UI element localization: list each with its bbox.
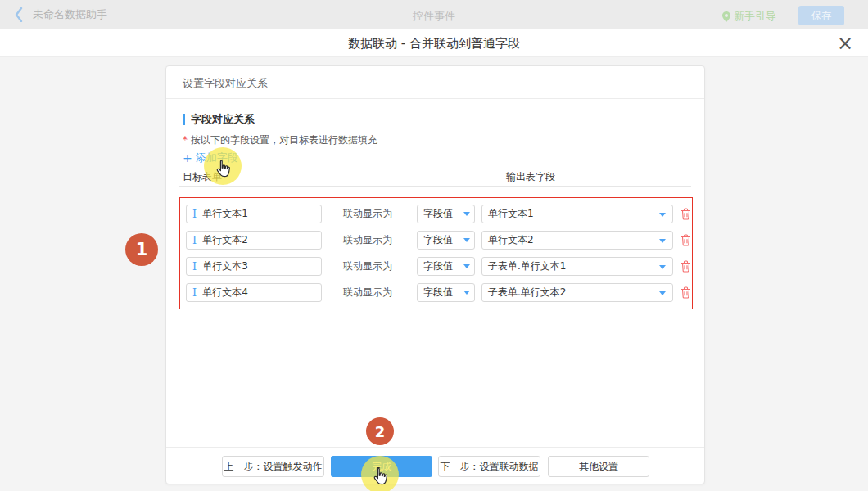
delete-row-icon[interactable] (680, 208, 691, 220)
chevron-down-icon (659, 265, 666, 269)
field-mapping-panel: 设置字段对应关系 字段对应关系 *按以下的字段设置，对目标表进行数据填充 + 添… (165, 65, 705, 484)
guide-label: 新手引导 (734, 9, 776, 24)
modal-title: 数据联动 - 合并联动到普通字段 (0, 36, 868, 52)
text-field-icon: I (192, 235, 197, 246)
field-rows-group: I 单行文本1 联动显示为 字段值 单行文本1 (179, 197, 693, 309)
target-field-input[interactable]: I 单行文本4 (186, 283, 322, 302)
column-output-field: 输出表字段 (506, 170, 555, 184)
delete-row-icon[interactable] (680, 234, 691, 246)
hand-cursor-icon (370, 466, 390, 489)
mode-select[interactable]: 字段值 (417, 283, 475, 302)
relation-label: 联动显示为 (343, 207, 392, 221)
output-field-select[interactable]: 单行文本2 (481, 231, 673, 250)
chevron-down-icon (459, 205, 474, 223)
chevron-down-icon (659, 239, 666, 243)
relation-label: 联动显示为 (343, 259, 392, 273)
mode-select[interactable]: 字段值 (417, 257, 475, 276)
chevron-down-icon (459, 284, 474, 301)
section-title: 字段对应关系 (183, 112, 255, 127)
close-icon[interactable]: × (837, 32, 853, 55)
step-badge-2: 2 (366, 417, 394, 445)
text-field-icon: I (192, 209, 197, 219)
next-step-button[interactable]: 下一步：设置联动数据 (438, 456, 540, 477)
output-field-select[interactable]: 子表单.单行文本1 (481, 257, 673, 276)
text-field-icon: I (192, 261, 197, 272)
text-field-icon: I (192, 287, 197, 298)
column-divider (179, 186, 691, 187)
mode-select[interactable]: 字段值 (417, 231, 475, 250)
plus-icon: + (183, 151, 192, 164)
target-field-input[interactable]: I 单行文本3 (186, 257, 322, 276)
panel-header: 设置字段对应关系 (166, 66, 704, 99)
prev-step-button[interactable]: 上一步：设置触发动作 (222, 456, 324, 477)
target-field-input[interactable]: I 单行文本2 (186, 231, 322, 250)
output-field-select[interactable]: 单行文本1 (481, 205, 673, 223)
relation-label: 联动显示为 (343, 233, 392, 247)
section-description: *按以下的字段设置，对目标表进行数据填充 (183, 133, 377, 147)
field-row: I 单行文本4 联动显示为 字段值 子表单.单行文本2 (186, 283, 692, 302)
target-field-input[interactable]: I 单行文本1 (186, 205, 322, 223)
screen: 未命名数据助手 控件事件 新手引导 保存 数据联动 - 合并联动到普通字段 × … (0, 0, 868, 491)
mode-select[interactable]: 字段值 (417, 205, 475, 223)
step-badge-1: 1 (125, 233, 158, 266)
required-mark: * (183, 134, 188, 146)
guide-link[interactable]: 新手引导 (722, 9, 776, 24)
pin-icon (722, 11, 730, 22)
delete-row-icon[interactable] (680, 286, 691, 299)
delete-row-icon[interactable] (680, 260, 691, 273)
modal-header: 数据联动 - 合并联动到普通字段 × (0, 29, 868, 57)
hand-cursor-icon (213, 159, 233, 181)
footer-divider (166, 447, 704, 448)
other-settings-button[interactable]: 其他设置 (548, 456, 649, 477)
chevron-down-icon (459, 258, 474, 275)
section-accent-bar (183, 114, 185, 125)
chevron-down-icon (659, 213, 666, 217)
field-row: I 单行文本2 联动显示为 字段值 单行文本2 (186, 231, 692, 250)
panel-header-title: 设置字段对应关系 (183, 76, 268, 91)
relation-label: 联动显示为 (343, 286, 392, 300)
field-row: I 单行文本3 联动显示为 字段值 子表单.单行文本1 (186, 257, 692, 276)
top-bar: 未命名数据助手 控件事件 新手引导 保存 (0, 0, 868, 29)
output-field-select[interactable]: 子表单.单行文本2 (481, 283, 673, 302)
field-row: I 单行文本1 联动显示为 字段值 单行文本1 (186, 205, 692, 223)
save-button[interactable]: 保存 (798, 6, 844, 25)
chevron-down-icon (459, 232, 474, 249)
chevron-down-icon (659, 291, 666, 295)
